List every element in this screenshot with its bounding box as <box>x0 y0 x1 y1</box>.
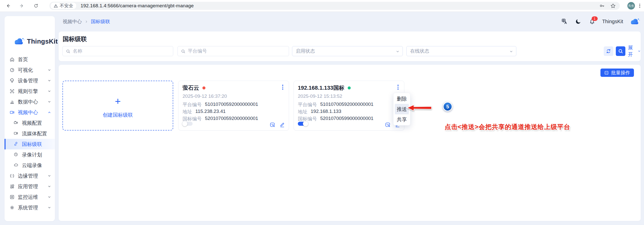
browser-menu-button[interactable] <box>637 3 642 9</box>
chevron-down-icon <box>48 206 51 209</box>
batch-operation-button[interactable]: 批量操作 <box>600 69 634 77</box>
edit-icon[interactable] <box>279 122 285 128</box>
edge-brackets-icon <box>10 173 15 178</box>
bar-chart-icon <box>10 99 15 104</box>
card-more-button[interactable] <box>395 84 401 91</box>
cloud-icon <box>14 163 19 168</box>
annotation-step-badge: 5 <box>443 102 452 111</box>
create-gbt-cascade-card[interactable]: + 创建国标级联 <box>62 81 173 131</box>
screen: 不安全 192.168.1.4:5666/camera-management/g… <box>0 0 644 225</box>
sidebar-item-data-center[interactable]: 数据中心 <box>5 97 55 107</box>
app-logo: ThingsKit <box>14 37 58 45</box>
sidebar-item-gbt-cascade[interactable]: 国标级联 <box>5 139 55 149</box>
breadcrumb-gbt-cascade[interactable]: 国标级联 <box>91 18 110 25</box>
sidebar-item-record-plan[interactable]: 录像计划 <box>5 149 55 160</box>
sidebar-item-app-management[interactable]: 应用管理 <box>5 181 55 192</box>
content-panel: 批量操作 + 创建国标级联 萤石云 2025-09-12 16:37:20 平台… <box>59 65 641 221</box>
browser-back-button[interactable] <box>4 2 12 10</box>
enable-toggle[interactable] <box>183 122 193 126</box>
status-dot-offline <box>202 86 205 89</box>
moon-icon <box>575 18 581 24</box>
cascade-link-icon <box>14 142 19 147</box>
security-chip[interactable]: 不安全 <box>50 2 77 9</box>
app-grid-icon <box>10 184 15 189</box>
menu-item-share[interactable]: 共享 <box>395 114 409 124</box>
sidebar: ThingsKit 首页 可视化 设备管理 规则引擎 <box>5 16 55 221</box>
card-title: 萤石云 <box>183 84 199 92</box>
reload-icon <box>33 3 39 8</box>
search-button[interactable] <box>616 46 625 56</box>
dark-mode-toggle[interactable] <box>575 18 582 25</box>
browser-refresh-button[interactable] <box>32 2 40 10</box>
refresh-button[interactable] <box>604 46 613 56</box>
notification-button[interactable]: 1 <box>588 18 596 25</box>
annotation-note: 点击<推送>会把共享的通道推送给上级平台 <box>445 123 570 131</box>
chevron-down-icon <box>509 50 513 53</box>
enable-toggle[interactable] <box>298 122 308 126</box>
detail-view-icon[interactable] <box>269 122 275 128</box>
sidebar-item-visualization[interactable]: 可视化 <box>5 65 55 75</box>
annotation-arrow-icon <box>406 104 433 112</box>
header-product-name: ThingsKit <box>602 19 623 24</box>
password-key-icon[interactable] <box>599 3 605 9</box>
plus-icon: + <box>115 98 121 105</box>
notification-badge: 1 <box>592 16 598 21</box>
menu-item-delete[interactable]: 删除 <box>395 94 409 104</box>
enable-status-select[interactable]: 启用状态 <box>292 46 403 56</box>
chevron-down-icon <box>48 89 51 93</box>
language-icon <box>561 18 568 25</box>
header-actions: 1 ThingsKit <box>561 17 640 26</box>
detail-view-icon[interactable] <box>385 122 391 128</box>
address-bar[interactable]: 不安全 192.168.1.4:5666/camera-management/g… <box>49 2 620 10</box>
sidebar-item-cloud-record[interactable]: 云端录像 <box>5 160 55 171</box>
card-timestamp: 2025-09-12 16:37:20 <box>183 93 227 99</box>
sidebar-item-system-management[interactable]: 系统管理 <box>5 202 55 213</box>
warning-triangle-icon <box>54 4 58 8</box>
card-title: 192.168.1.133国标 <box>298 84 344 92</box>
language-switch-button[interactable] <box>561 18 568 25</box>
platform-id-value: 51010700592000000001 <box>205 102 258 108</box>
platform-id-search-input[interactable] <box>178 46 289 56</box>
name-filter-field <box>62 46 173 56</box>
expand-toggle[interactable]: 展开 <box>628 46 641 56</box>
bookmark-star-icon[interactable] <box>610 3 616 9</box>
page-title: 国标级联 <box>63 35 87 43</box>
filter-panel: 国标级联 启用状态 在线状态 展开 <box>59 31 641 61</box>
gbt-card-192-168-1-133: 192.168.1.133国标 2025-09-12 15:13:52 平台编号… <box>294 81 404 131</box>
sidebar-item-monitoring-ops[interactable]: 监控运维 <box>5 192 55 202</box>
card-more-button[interactable] <box>280 84 286 91</box>
browser-profile-avatar[interactable]: 先生 <box>627 2 635 10</box>
chevron-down-icon <box>48 68 51 72</box>
name-search-input[interactable] <box>63 46 173 56</box>
chevron-down-icon <box>48 174 51 178</box>
security-label: 不安全 <box>60 3 73 9</box>
gbt-id-value: 52010700592000000001 <box>205 116 258 122</box>
status-dot-online <box>348 86 351 89</box>
sidebar-menu: 首页 可视化 设备管理 规则引擎 数据中心 <box>5 54 55 213</box>
url-text[interactable]: 192.168.1.4:5666/camera-management/gbt-m… <box>81 3 194 9</box>
rule-engine-icon <box>10 89 15 94</box>
card-timestamp: 2025-09-12 15:13:52 <box>298 93 342 99</box>
chevron-down-icon <box>48 79 51 82</box>
refresh-icon <box>606 48 611 54</box>
sidebar-item-device-management[interactable]: 设备管理 <box>5 75 55 86</box>
video-camera-icon <box>10 110 15 115</box>
browser-forward-button[interactable] <box>18 2 26 10</box>
platform-id-value: 51010700592000000001 <box>320 102 373 108</box>
monitor-ops-icon <box>10 195 15 200</box>
breadcrumb-video-center[interactable]: 视频中心 <box>63 18 82 25</box>
online-status-select[interactable]: 在线状态 <box>406 46 516 56</box>
address-value: 192.168.1.133 <box>311 109 341 115</box>
device-icon <box>10 78 15 83</box>
sidebar-item-video-config[interactable]: 视频配置 <box>5 118 55 128</box>
sidebar-item-edge-management[interactable]: 边缘管理 <box>5 171 55 181</box>
sidebar-item-video-center[interactable]: 视频中心 <box>5 107 55 118</box>
chevron-up-icon <box>48 111 51 114</box>
user-avatar[interactable] <box>629 18 640 25</box>
gbt-card-yingshiyun: 萤石云 2025-09-12 16:37:20 平台编号510107005920… <box>178 81 289 131</box>
sidebar-item-home[interactable]: 首页 <box>5 54 55 65</box>
sidebar-item-stream-config[interactable]: 流媒体配置 <box>5 128 55 139</box>
back-arrow-icon <box>6 3 11 8</box>
gear-icon <box>10 205 15 210</box>
sidebar-item-rule-engine[interactable]: 规则引擎 <box>5 86 55 97</box>
